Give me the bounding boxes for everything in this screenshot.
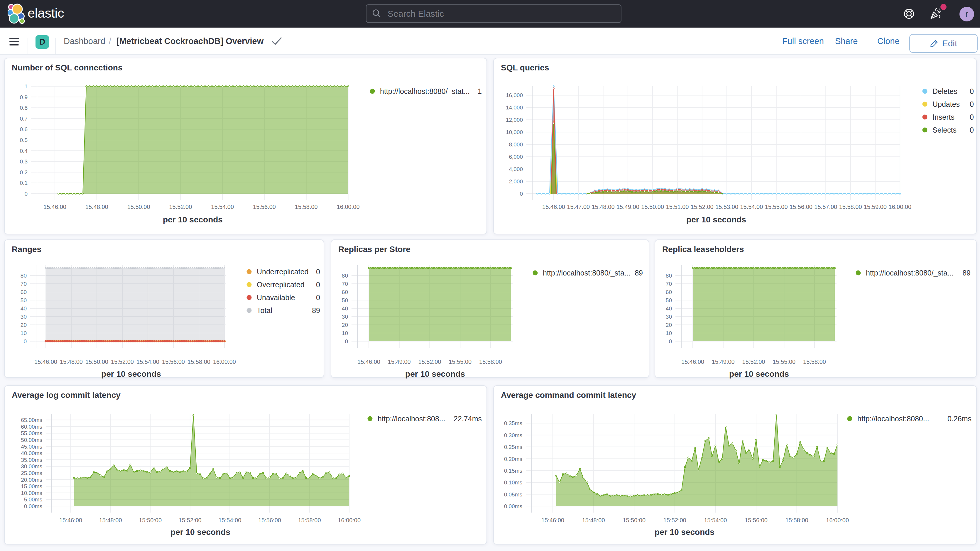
y-tick-label: 12,000 [506,117,523,123]
y-tick-label: 60.00ms [21,424,42,430]
y-tick-label: 0.4 [20,148,28,154]
legend-label: Unavailable [257,293,295,302]
menu-hamburger-icon[interactable] [10,38,19,47]
x-tick-label: 15:46:00 [542,204,565,210]
x-tick-label: 15:59:00 [864,204,887,210]
x-tick-label: 16:00:00 [338,517,361,524]
clone-button[interactable]: Clone [877,27,900,54]
legend-dot-icon [247,308,252,313]
x-tick-label: 16:00:00 [337,204,360,210]
panel-average-log-commit-latency: Average log commit latency0.00ms5.00ms10… [4,385,487,545]
y-tick-label: 15.00ms [21,483,42,489]
panel-number-of-sql-connections: Number of SQL connections00.10.20.30.40.… [4,58,487,234]
y-tick-label: 0.05ms [504,491,522,498]
legend-dot-icon [247,269,252,274]
elastic-logo-icon[interactable] [8,3,26,25]
legend-item[interactable]: Inserts0 [923,113,974,121]
legend-label: Underreplicated [257,268,309,276]
x-axis-title: per 10 seconds [655,527,714,537]
legend-dot-icon [247,295,252,300]
avatar[interactable]: r [959,7,974,21]
legend-item[interactable]: Deletes0 [923,87,974,96]
x-tick-label: 15:52:00 [169,204,192,210]
share-button[interactable]: Share [835,27,858,54]
x-axis-title: per 10 seconds [686,215,746,224]
x-tick-label: 15:52:00 [179,517,202,524]
y-tick-label: 10 [21,330,27,336]
legend-item[interactable]: Selects0 [923,126,974,134]
legend-value: 22.74ms [453,414,482,423]
y-tick-label: 0.25ms [504,444,522,450]
y-tick-label: 0.10ms [504,479,522,486]
y-tick-label: 60 [342,289,348,295]
legend-dot-icon [847,416,853,421]
x-axis-title: per 10 seconds [170,527,230,537]
x-tick-label: 15:46:00 [34,358,57,365]
panel-ranges: Ranges0102030405060708015:46:0015:48:001… [4,239,324,378]
legend-value: 0.26ms [947,414,972,423]
x-tick-label: 15:48:00 [592,204,615,210]
legend-dot-icon [923,102,928,107]
search-input[interactable] [388,9,605,19]
legend-label: Total [257,306,272,315]
x-tick-label: 15:58:00 [479,358,502,365]
y-tick-label: 35.00ms [21,457,42,463]
breadcrumb-dashboard[interactable]: Dashboard [64,27,105,54]
legend-label: Overreplicated [257,280,305,289]
x-tick-label: 15:46:00 [681,358,704,365]
legend-label: http://localhost:8080/_stat... [380,87,470,96]
y-tick-label: 25.00ms [21,470,42,476]
legend-dot-icon [856,271,861,276]
legend-item[interactable]: Overreplicated0 [247,280,320,289]
x-tick-label: 15:50:00 [139,517,162,524]
legend-item[interactable]: Updates0 [923,100,974,108]
legend-item[interactable]: http://localhost:8080/_stat...1 [370,87,482,96]
y-tick-label: 0 [24,191,27,197]
x-tick-label: 15:54:00 [704,517,727,524]
x-tick-label: 16:00:00 [888,204,912,210]
y-tick-label: 40 [342,306,348,312]
legend-item[interactable]: http://localhost:808...22.74ms [368,414,482,423]
legend-label: Selects [932,126,956,134]
legend-value: 0 [316,293,320,302]
y-tick-label: 55.00ms [21,430,42,436]
x-tick-label: 15:50:00 [127,204,150,210]
x-tick-label: 16:00:00 [213,358,236,365]
legend-item[interactable]: http://localhost:8080/_sta...89 [533,269,643,277]
legend-item[interactable]: http://localhost:8080/_sta...89 [856,269,971,277]
full-screen-button[interactable]: Full screen [782,27,824,54]
legend-dot-icon [247,282,252,287]
pencil-icon [930,39,939,48]
panel-sql-queries: SQL queries02,0004,0006,0008,00010,00012… [493,58,977,234]
panel-replicas-per-store: Replicas per Store0102030405060708015:46… [331,239,649,378]
breadcrumb-separator: / [109,27,111,54]
y-tick-label: 0.7 [20,116,27,122]
y-tick-label: 0 [669,338,672,344]
x-tick-label: 15:52:00 [418,358,441,365]
y-tick-label: 50 [21,297,27,303]
legend-label: http://localhost:8080/_sta... [866,269,954,277]
y-tick-label: 0.30ms [504,432,522,438]
legend-value: 89 [635,269,643,277]
chart-canvas: 02,0004,0006,0008,00010,00012,00014,0001… [494,58,977,235]
x-tick-label: 15:56:00 [789,204,813,210]
x-tick-label: 15:56:00 [162,358,185,365]
y-tick-label: 65.00ms [21,417,42,423]
x-tick-label: 15:55:00 [449,358,471,365]
x-tick-label: 15:48:00 [99,517,122,524]
legend-item[interactable]: http://localhost:8080...0.26ms [847,414,972,423]
y-tick-label: 30 [342,314,348,320]
global-search[interactable] [366,5,622,23]
legend-value: 0 [970,126,974,134]
y-tick-label: 50 [666,297,672,303]
x-tick-label: 15:53:00 [715,204,738,210]
edit-button[interactable]: Edit [909,34,978,53]
legend-item[interactable]: Total89 [247,306,320,315]
x-tick-label: 15:55:00 [765,204,788,210]
help-icon[interactable] [902,7,916,21]
legend-value: 89 [312,306,320,315]
legend-item[interactable]: Unavailable0 [247,293,320,302]
y-tick-label: 60 [21,289,27,295]
y-tick-label: 0.1 [20,180,27,186]
legend-item[interactable]: Underreplicated0 [247,268,320,276]
